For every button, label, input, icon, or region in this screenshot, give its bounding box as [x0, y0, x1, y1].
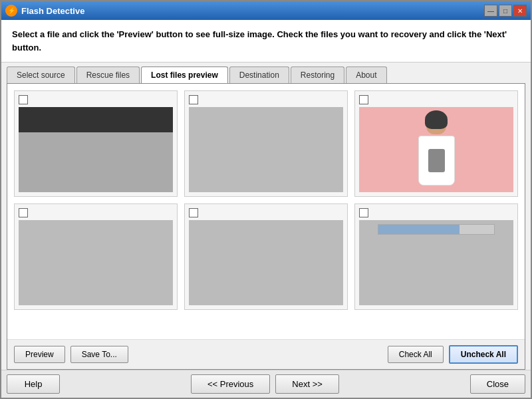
window-controls: — □ ✕: [484, 5, 527, 17]
titlebar: ⚡ Flash Detective — □ ✕: [1, 1, 531, 20]
item-3-checkbox[interactable]: [359, 95, 368, 104]
item-2-checkbox[interactable]: [189, 95, 198, 104]
item-3-thumbnail: [359, 107, 513, 192]
item-6-thumbnail: [359, 220, 513, 305]
maximize-button[interactable]: □: [499, 5, 512, 17]
content-area: Preview Save To... Check All Uncheck All: [7, 83, 525, 370]
next-button[interactable]: Next >>: [275, 374, 339, 394]
instruction-text: Select a file and click the 'Preview' bu…: [12, 28, 520, 54]
item-2-thumbnail: [189, 107, 343, 192]
uncheck-all-button[interactable]: Uncheck All: [449, 345, 518, 364]
item-6-checkbox[interactable]: [359, 208, 368, 217]
item-1-thumbnail: [19, 107, 173, 192]
thumbnail-grid: [7, 84, 525, 339]
previous-button[interactable]: << Previous: [191, 374, 270, 394]
item-5-checkbox[interactable]: [189, 208, 198, 217]
action-buttons: Preview Save To... Check All Uncheck All: [7, 339, 525, 369]
tab-lost-files-preview[interactable]: Lost files preview: [141, 66, 228, 83]
list-item: [354, 90, 518, 197]
save-to-button[interactable]: Save To...: [70, 346, 128, 363]
tab-about[interactable]: About: [346, 66, 386, 83]
main-window: ⚡ Flash Detective — □ ✕ Select a file an…: [0, 0, 532, 399]
help-button[interactable]: Help: [7, 374, 60, 394]
tab-destination[interactable]: Destination: [229, 66, 289, 83]
list-item: [14, 90, 178, 197]
item-5-thumbnail: [189, 220, 343, 305]
list-item: [184, 203, 348, 310]
check-all-button[interactable]: Check All: [388, 346, 444, 363]
minimize-button[interactable]: —: [484, 5, 497, 17]
tab-rescue-files[interactable]: Rescue files: [76, 66, 140, 83]
item-4-checkbox[interactable]: [19, 208, 28, 217]
window-title: Flash Detective: [21, 6, 480, 16]
close-window-button[interactable]: ✕: [513, 5, 527, 17]
list-item: [184, 90, 348, 197]
list-item: [354, 203, 518, 310]
close-button[interactable]: Close: [470, 374, 525, 394]
app-icon: ⚡: [5, 5, 17, 17]
instruction-area: Select a file and click the 'Preview' bu…: [1, 20, 531, 63]
item-1-checkbox[interactable]: [19, 95, 28, 104]
tab-select-source[interactable]: Select source: [7, 66, 75, 83]
tabs-bar: Select source Rescue files Lost files pr…: [1, 63, 531, 83]
preview-button[interactable]: Preview: [14, 346, 65, 363]
tab-restoring[interactable]: Restoring: [291, 66, 344, 83]
item-4-thumbnail: [19, 220, 173, 305]
footer-bar: Help << Previous Next >> Close: [1, 370, 531, 398]
list-item: [14, 203, 178, 310]
